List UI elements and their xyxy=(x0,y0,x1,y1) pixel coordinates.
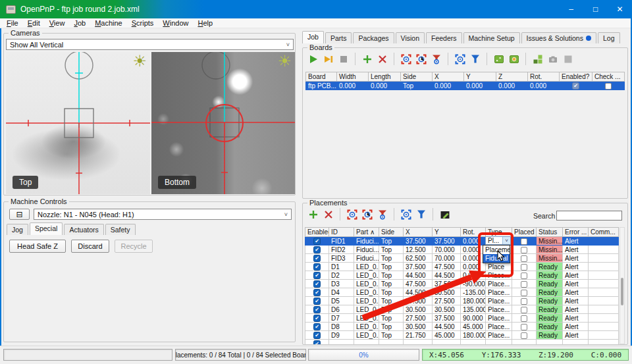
placement-cell-enabled[interactable]: ✔ xyxy=(305,297,329,305)
camera-view-bottom[interactable]: ☀ Bottom xyxy=(151,52,295,194)
mc-tab-safety[interactable]: Safety xyxy=(105,224,136,235)
checkbox-unchecked-icon[interactable] xyxy=(521,290,527,296)
chevron-down-icon[interactable]: ˅ xyxy=(502,237,510,244)
checkbox-unchecked-icon[interactable] xyxy=(521,298,527,305)
placement-cell-type[interactable]: Place... xyxy=(486,314,512,323)
type-option-fiducial[interactable]: Fiducial xyxy=(483,254,510,263)
brightness-sun-icon[interactable]: ☀ xyxy=(277,52,292,70)
placement-row[interactable]: ✔FID3Fiduci...Top62.50070.0000.000Missin… xyxy=(305,254,619,263)
checkbox-unchecked-icon[interactable] xyxy=(521,255,527,262)
boards-col-rot[interactable]: Rot. xyxy=(528,72,560,82)
capture-tool-icon[interactable] xyxy=(415,53,427,65)
menu-item-machine[interactable]: Machine xyxy=(90,18,127,28)
placement-row[interactable]: ✔FID2Fiduci...Top12.50070.0000.000Missin… xyxy=(305,246,619,254)
placement-cell-placed[interactable] xyxy=(512,263,537,271)
tab-feeders[interactable]: Feeders xyxy=(426,32,462,43)
discard-button[interactable]: Discard xyxy=(71,240,109,253)
placements-col-rot[interactable]: Rot. xyxy=(461,228,486,237)
placements-col-x[interactable]: X xyxy=(404,228,433,237)
placement-cell-placed[interactable] xyxy=(512,288,537,297)
position-camera-icon[interactable] xyxy=(400,209,411,220)
blank-square-icon[interactable] xyxy=(562,53,573,65)
placement-cell-type[interactable]: Place... xyxy=(486,305,512,314)
move-camera-icon[interactable] xyxy=(431,53,442,65)
tab-issues-solutions[interactable]: Issues & Solutions xyxy=(521,32,596,43)
boards-col-enabled[interactable]: Enabled? xyxy=(560,72,592,82)
menu-item-view[interactable]: View xyxy=(45,18,70,28)
placement-cell-enabled[interactable]: ✔ xyxy=(305,288,329,297)
placement-cell-type[interactable]: Place... xyxy=(486,323,512,331)
checkbox-checked-icon[interactable]: ✔ xyxy=(313,280,321,288)
placement-row[interactable]: ✔ xyxy=(305,340,619,345)
placements-col-status[interactable]: Status xyxy=(537,228,563,237)
placement-cell-type[interactable]: Place... xyxy=(486,271,512,280)
mc-tab-special[interactable]: Special xyxy=(30,222,63,235)
placement-cell-type[interactable] xyxy=(486,340,512,345)
checkbox-checked-icon[interactable]: ✔ xyxy=(313,272,321,279)
collapse-button[interactable]: ⊟ xyxy=(9,209,30,220)
placement-cell-placed[interactable] xyxy=(512,271,537,280)
scrollbar-thumb[interactable] xyxy=(621,278,623,305)
placement-cell-enabled[interactable]: ✔ xyxy=(305,263,329,271)
placement-row[interactable]: ✔D1LED_0...Top37.50047.5000.000PlaceRead… xyxy=(305,263,619,271)
checkbox-checked-icon[interactable]: ✔ xyxy=(313,238,321,245)
menu-item-help[interactable]: Help xyxy=(193,18,217,28)
boards-col-board[interactable]: Board xyxy=(306,72,337,82)
placement-row[interactable]: ✔D3LED_0...Top47.50037.500-90.000Place..… xyxy=(305,280,619,288)
checkbox-checked-icon[interactable]: ✔ xyxy=(313,246,321,253)
placement-cell-type[interactable]: Place... xyxy=(486,297,512,305)
boards-col-side[interactable]: Side xyxy=(401,72,433,82)
placement-cell-placed[interactable] xyxy=(512,314,537,323)
panelize-icon[interactable] xyxy=(532,53,543,65)
board-fiducial-icon[interactable] xyxy=(508,53,519,65)
placement-cell-enabled[interactable]: ✔ xyxy=(305,254,329,263)
checkbox-checked-icon[interactable]: ✔ xyxy=(313,263,321,271)
checkbox-unchecked-icon[interactable] xyxy=(521,281,527,288)
placement-cell-placed[interactable] xyxy=(512,305,537,314)
boards-col-length[interactable]: Length xyxy=(369,72,401,82)
delete-icon[interactable] xyxy=(323,209,334,220)
type-option-placement[interactable]: Placement xyxy=(483,246,510,254)
tab-packages[interactable]: Packages xyxy=(353,32,394,43)
placement-cell-enabled[interactable]: ✔ xyxy=(305,305,329,314)
placement-row[interactable]: ✔FID1Fiduci...Top37.50037.5000.000Missin… xyxy=(305,237,619,246)
placement-cell-placed[interactable] xyxy=(512,323,537,331)
camera-icon[interactable] xyxy=(547,53,558,65)
placements-col-y[interactable]: Y xyxy=(433,228,461,237)
stop-icon[interactable] xyxy=(338,53,349,65)
camera-view-top[interactable]: ☀ Top xyxy=(6,52,150,194)
placement-cell-enabled[interactable]: ✔ xyxy=(305,314,329,323)
placement-row[interactable]: ✔D2LED_0...Top44.50044.5000.000Place...R… xyxy=(305,271,619,280)
move-camera-icon[interactable] xyxy=(377,209,388,220)
checkbox-checked-icon[interactable]: ✔ xyxy=(313,340,321,344)
placements-scrollbar[interactable] xyxy=(619,227,625,344)
boards-col-width[interactable]: Width xyxy=(337,72,369,82)
placement-cell-placed[interactable] xyxy=(512,237,537,246)
tab-machine-setup[interactable]: Machine Setup xyxy=(463,32,520,43)
maximize-button[interactable]: □ xyxy=(583,0,608,18)
placement-cell-type[interactable]: Place... xyxy=(486,288,512,297)
edit-board-icon[interactable] xyxy=(439,209,450,220)
placements-col-comm[interactable]: Comm... xyxy=(589,228,619,237)
menu-item-file[interactable]: File xyxy=(2,18,23,28)
placement-cell-enabled[interactable]: ✔ xyxy=(305,340,329,345)
placement-cell-enabled[interactable]: ✔ xyxy=(305,331,329,340)
placement-cell-placed[interactable] xyxy=(512,246,537,254)
checkbox-unchecked-icon[interactable] xyxy=(521,264,527,271)
board-placements-icon[interactable] xyxy=(493,53,504,65)
placements-col-side[interactable]: Side xyxy=(379,228,404,237)
boards-col-x[interactable]: X xyxy=(433,72,464,82)
position-tool-icon[interactable] xyxy=(469,53,481,65)
step-icon[interactable] xyxy=(323,53,334,65)
placement-cell-enabled[interactable]: ✔ xyxy=(305,280,329,288)
position-camera-icon[interactable] xyxy=(454,53,465,65)
checkbox-unchecked-icon[interactable] xyxy=(521,273,527,279)
checkbox-unchecked-icon[interactable] xyxy=(521,332,527,339)
minimize-button[interactable]: – xyxy=(559,0,583,18)
checkbox-unchecked-icon[interactable] xyxy=(521,324,527,330)
menu-item-job[interactable]: Job xyxy=(69,18,90,28)
placement-cell-placed[interactable] xyxy=(512,340,537,345)
search-input[interactable] xyxy=(556,211,622,221)
boards-col-check[interactable]: Check ... xyxy=(592,72,625,82)
checkbox-unchecked-icon[interactable] xyxy=(521,247,527,253)
